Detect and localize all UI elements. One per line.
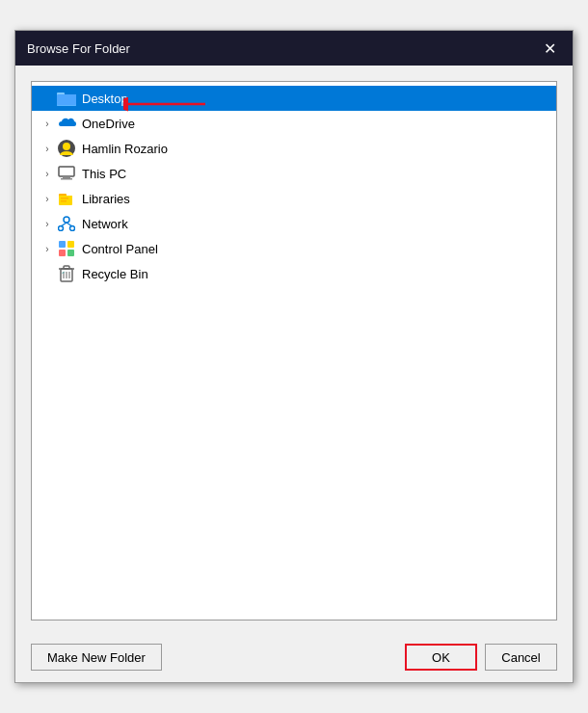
network-label: Network bbox=[82, 217, 128, 231]
expand-libraries[interactable]: › bbox=[40, 191, 55, 206]
ok-button[interactable]: OK bbox=[405, 644, 477, 671]
user-icon bbox=[57, 139, 76, 158]
libraries-icon bbox=[57, 189, 76, 208]
expand-onedrive[interactable]: › bbox=[40, 116, 55, 131]
onedrive-icon bbox=[57, 114, 76, 133]
tree-item-network[interactable]: › Network bbox=[32, 211, 556, 236]
recyclebin-label: Recycle Bin bbox=[82, 267, 148, 281]
svg-rect-21 bbox=[59, 241, 66, 248]
svg-rect-27 bbox=[64, 266, 69, 269]
pc-icon bbox=[57, 164, 76, 183]
controlpanel-icon bbox=[57, 239, 76, 258]
expand-controlpanel[interactable]: › bbox=[40, 241, 55, 256]
dialog-body: Desktop › bbox=[15, 66, 573, 636]
expand-thispc[interactable]: › bbox=[40, 166, 55, 181]
controlpanel-label: Control Panel bbox=[82, 242, 158, 256]
tree-item-thispc[interactable]: › This PC bbox=[32, 161, 556, 186]
onedrive-label: OneDrive bbox=[82, 117, 135, 131]
make-new-folder-button[interactable]: Make New Folder bbox=[31, 644, 162, 671]
svg-rect-23 bbox=[59, 250, 66, 256]
recyclebin-icon bbox=[57, 264, 76, 283]
expand-network[interactable]: › bbox=[40, 216, 55, 231]
cancel-button[interactable]: Cancel bbox=[485, 644, 557, 671]
folder-tree[interactable]: Desktop › bbox=[31, 81, 557, 621]
svg-rect-8 bbox=[59, 167, 74, 176]
svg-rect-15 bbox=[61, 200, 67, 202]
desktop-label: Desktop bbox=[82, 92, 128, 106]
svg-point-7 bbox=[63, 143, 70, 150]
expand-hamlin[interactable]: › bbox=[40, 141, 55, 156]
svg-rect-13 bbox=[59, 196, 72, 204]
hamlin-label: Hamlin Rozario bbox=[82, 142, 168, 156]
svg-line-19 bbox=[61, 223, 67, 226]
svg-rect-9 bbox=[63, 176, 70, 178]
browse-for-folder-dialog: Browse For Folder ✕ Desktop bbox=[14, 30, 574, 683]
tree-item-recyclebin[interactable]: Recycle Bin bbox=[32, 261, 556, 286]
dialog-footer: Make New Folder OK Cancel bbox=[15, 636, 573, 682]
tree-item-onedrive[interactable]: › OneDrive bbox=[32, 111, 556, 136]
svg-point-18 bbox=[70, 226, 75, 231]
dialog-title: Browse For Folder bbox=[27, 41, 130, 56]
svg-line-20 bbox=[67, 223, 72, 226]
dialog-content: Desktop › bbox=[31, 81, 557, 621]
svg-rect-3 bbox=[57, 94, 76, 105]
close-button[interactable]: ✕ bbox=[538, 37, 561, 60]
svg-rect-10 bbox=[61, 178, 72, 180]
tree-item-hamlin[interactable]: › Hamlin Rozario bbox=[32, 136, 556, 161]
svg-point-17 bbox=[59, 226, 64, 231]
svg-rect-22 bbox=[67, 241, 74, 248]
thispc-label: This PC bbox=[82, 167, 126, 181]
tree-item-libraries[interactable]: › Libraries bbox=[32, 186, 556, 211]
svg-rect-14 bbox=[61, 198, 68, 199]
svg-rect-24 bbox=[67, 250, 74, 256]
folder-blue-icon bbox=[57, 89, 76, 108]
libraries-label: Libraries bbox=[82, 192, 130, 206]
tree-item-desktop[interactable]: Desktop bbox=[32, 86, 556, 111]
svg-point-16 bbox=[64, 217, 69, 223]
tree-item-controlpanel[interactable]: › Control Panel bbox=[32, 236, 556, 261]
network-icon bbox=[57, 214, 76, 233]
title-bar: Browse For Folder ✕ bbox=[15, 31, 573, 66]
